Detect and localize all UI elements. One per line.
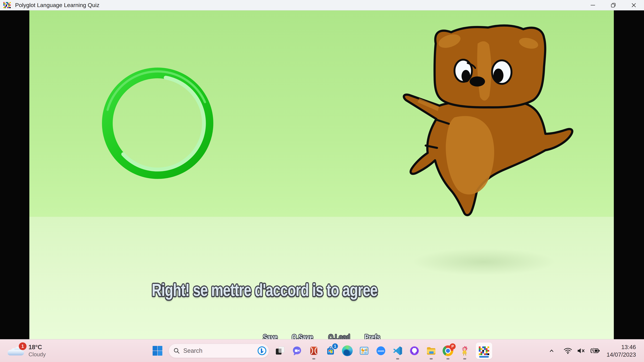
- quick-load-button[interactable]: Q.Load: [328, 332, 350, 339]
- search-box[interactable]: Search: [168, 344, 269, 358]
- vscode-icon: [392, 346, 403, 356]
- search-icon: [173, 348, 180, 354]
- system-monitor-icon: [359, 346, 369, 356]
- wifi-button[interactable]: [564, 347, 572, 354]
- taskbar-app-vscode[interactable]: [392, 345, 403, 356]
- github-icon: [409, 346, 420, 356]
- game-window: Right! se mettre d'accord is to agree Sa…: [0, 10, 644, 339]
- file-explorer-icon: [426, 346, 436, 356]
- tray-time: 13:46: [621, 343, 636, 351]
- polyglot-icon: [479, 346, 489, 355]
- window-titlebar: Polyglot Language Learning Quiz: [0, 0, 644, 10]
- taskbar-app-chrome[interactable]: P: [442, 345, 454, 356]
- running-indicator: [396, 358, 399, 360]
- weather-temperature: 18°C: [28, 344, 46, 351]
- zoom-icon: zoom: [376, 346, 386, 356]
- tray-date: 14/07/2023: [606, 351, 636, 358]
- quick-save-button[interactable]: Q.Save: [292, 332, 313, 339]
- system-tray: [549, 339, 600, 362]
- game-menu: Save Q.Save Q.Load Prefs: [261, 332, 382, 339]
- notification-badge: 1: [19, 342, 26, 350]
- taskbar-app-store[interactable]: 1: [325, 345, 336, 356]
- close-button[interactable]: [624, 0, 644, 10]
- taskbar-app-chat[interactable]: [291, 345, 303, 356]
- anime-character-icon: [460, 346, 469, 356]
- windows-logo-icon: [152, 346, 163, 356]
- desktops-icon: [275, 346, 285, 356]
- taskbar-app-zoom[interactable]: zoom: [375, 345, 386, 356]
- chrome-profile-badge: P: [450, 344, 456, 350]
- app-window-icon: [3, 2, 11, 8]
- green-ring-object[interactable]: [97, 63, 218, 184]
- taskbar-app-red[interactable]: [308, 345, 320, 356]
- game-viewport: Right! se mettre d'accord is to agree Sa…: [29, 10, 614, 339]
- wifi-icon: [564, 347, 572, 354]
- battery-charging-icon: [590, 347, 600, 354]
- creature-character: [399, 24, 575, 245]
- taskbar: 1 18°C Cloudy Search: [0, 339, 644, 362]
- minimize-button[interactable]: [582, 0, 603, 10]
- running-indicator: [312, 358, 315, 360]
- tray-overflow-button[interactable]: [549, 348, 554, 354]
- taskbar-app-system-monitor[interactable]: [358, 345, 370, 356]
- running-indicator: [430, 358, 433, 360]
- close-icon: [630, 2, 637, 8]
- window-controls: [582, 0, 644, 10]
- character-shadow: [412, 248, 556, 275]
- taskbar-app-anime[interactable]: [459, 345, 470, 356]
- restore-icon: [610, 2, 617, 8]
- clock-widget[interactable]: 13:46 14/07/2023: [606, 339, 636, 362]
- letterbox-left: [0, 10, 29, 339]
- edge-icon: [342, 346, 353, 356]
- start-button[interactable]: [152, 345, 163, 356]
- taskbar-app-desktops[interactable]: [274, 345, 286, 356]
- bing-chat-icon[interactable]: [257, 346, 267, 356]
- search-placeholder: Search: [183, 347, 254, 354]
- weather-widget[interactable]: 1 18°C Cloudy: [5, 339, 49, 362]
- weather-condition: Cloudy: [28, 351, 46, 358]
- prefs-button[interactable]: Prefs: [364, 332, 380, 339]
- save-button[interactable]: Save: [263, 332, 278, 339]
- volume-button[interactable]: [577, 348, 586, 354]
- taskbar-app-file-explorer[interactable]: [426, 345, 437, 356]
- chevron-up-icon: [549, 348, 554, 354]
- chat-video-icon: [292, 346, 302, 356]
- window-title: Polyglot Language Learning Quiz: [15, 2, 100, 8]
- taskbar-app-github[interactable]: [409, 345, 420, 356]
- active-app-indicator: [479, 356, 489, 358]
- taskbar-app-polyglot-active[interactable]: [476, 342, 492, 359]
- volume-muted-icon: [577, 348, 586, 354]
- battery-button[interactable]: [590, 347, 600, 354]
- quiz-feedback-message: Right! se mettre d'accord is to agree: [152, 280, 377, 300]
- taskbar-app-edge[interactable]: [342, 345, 353, 356]
- minimize-icon: [590, 2, 596, 8]
- zoom-icon-label: zoom: [378, 350, 384, 352]
- running-indicator: [463, 358, 466, 360]
- red-app-icon: [309, 346, 319, 356]
- taskbar-center: Search: [152, 339, 492, 362]
- creature-nose: [470, 76, 485, 86]
- store-badge: 1: [332, 343, 338, 350]
- restore-button[interactable]: [603, 0, 624, 10]
- letterbox-right: [614, 10, 644, 339]
- running-indicator: [446, 358, 450, 360]
